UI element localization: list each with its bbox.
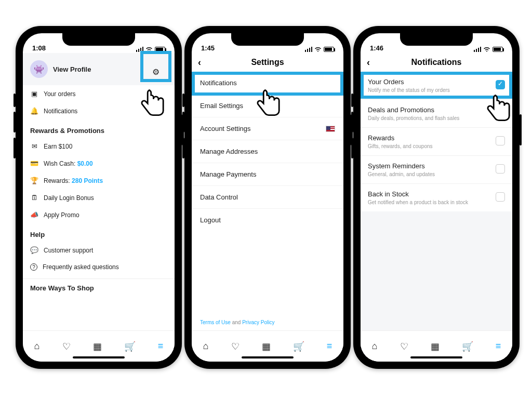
row-title: Back in Stock	[368, 190, 505, 198]
wifi-icon	[314, 47, 322, 52]
mute-switch	[14, 94, 16, 107]
settings-payments[interactable]: Manage Payments	[192, 163, 343, 186]
tab-menu[interactable]: ≡	[158, 341, 164, 352]
back-button[interactable]: ‹	[367, 57, 370, 68]
menu-label: Notifications	[44, 108, 77, 115]
status-time: 1:45	[201, 44, 215, 52]
tab-home[interactable]: ⌂	[372, 341, 378, 352]
row-label: Logout	[200, 216, 221, 224]
tab-favorites[interactable]: ♡	[62, 341, 71, 352]
checkbox-unchecked[interactable]	[496, 192, 505, 202]
status-time: 1:46	[370, 44, 383, 52]
highlight-gear	[140, 51, 171, 82]
header-bar: ‹ Notifications	[361, 53, 512, 72]
wish-cash-value: $0.00	[77, 160, 93, 167]
menu-label: Rewards:	[44, 177, 72, 184]
menu-faq[interactable]: ? Frequently asked questions	[23, 259, 175, 275]
back-button[interactable]: ‹	[198, 57, 201, 68]
volume-down	[351, 138, 353, 158]
notch	[62, 33, 135, 46]
volume-down	[182, 138, 184, 158]
tab-categories[interactable]: ▦	[93, 341, 102, 352]
volume-up	[351, 112, 353, 132]
question-icon: ?	[30, 263, 37, 271]
hand-cursor-icon	[252, 88, 286, 127]
wifi-icon	[483, 47, 490, 52]
row-subtitle: Gifts, rewards, and coupons	[368, 143, 505, 149]
tab-menu[interactable]: ≡	[496, 341, 501, 352]
tab-cart[interactable]: 🛒	[462, 341, 473, 352]
settings-data[interactable]: Data Control	[192, 186, 343, 209]
checkbox-unchecked[interactable]	[496, 136, 505, 145]
row-label: Email Settings	[200, 102, 243, 110]
notif-system[interactable]: System Reminders General, admin, and upd…	[361, 156, 512, 184]
row-title: System Reminders	[368, 162, 505, 170]
phone-profile: 1:08 👾 View Profile ⚙ ▣ Your orders	[16, 26, 182, 369]
menu-daily-login[interactable]: 🗓 Daily Login Bonus	[23, 189, 175, 206]
tab-menu[interactable]: ≡	[327, 341, 332, 352]
help-header: Help	[23, 223, 175, 242]
phone-notifications: 1:46 ‹ Notifications Your Orders Notify …	[353, 26, 520, 369]
settings-addresses[interactable]: Manage Addresses	[192, 140, 343, 163]
menu-wish-cash[interactable]: 💳 Wish Cash: $0.00	[23, 155, 175, 172]
menu-label: Customer support	[44, 247, 93, 254]
privacy-policy-link[interactable]: Privacy Policy	[242, 320, 274, 325]
row-label: Manage Addresses	[200, 148, 258, 155]
tab-cart[interactable]: 🛒	[293, 341, 304, 352]
tab-home[interactable]: ⌂	[34, 341, 40, 352]
trophy-icon: 🏆	[30, 177, 38, 184]
calendar-icon: 🗓	[30, 194, 38, 202]
card-icon: 💳	[30, 159, 38, 167]
hand-cursor-icon	[136, 88, 170, 127]
phone-settings: 1:45 ‹ Settings Notifications Email Sett…	[184, 26, 351, 369]
home-indicator	[73, 356, 125, 358]
status-time: 1:08	[32, 44, 46, 52]
volume-up	[14, 112, 16, 132]
megaphone-icon: 📣	[30, 211, 38, 219]
view-profile-label: View Profile	[53, 65, 91, 73]
mute-switch	[351, 94, 353, 107]
row-label: Manage Payments	[200, 170, 256, 178]
terms-footer: Terms of Use and Privacy Policy	[200, 320, 274, 325]
row-subtitle: Get notified when a product is back in s…	[368, 200, 505, 205]
menu-rewards[interactable]: 🏆 Rewards: 280 Points	[23, 172, 175, 189]
tab-categories[interactable]: ▦	[431, 341, 440, 352]
menu-support[interactable]: 💬 Customer support	[23, 242, 175, 259]
tab-favorites[interactable]: ♡	[400, 341, 408, 352]
chat-icon: 💬	[30, 246, 38, 254]
notif-back-in-stock[interactable]: Back in Stock Get notified when a produc…	[361, 184, 512, 211]
more-ways-header: More Ways To Shop	[23, 278, 175, 295]
battery-icon	[324, 47, 334, 52]
rewards-value: 280 Points	[72, 177, 103, 184]
menu-label: Apply Promo	[44, 211, 79, 219]
row-label: Data Control	[200, 193, 238, 201]
tab-favorites[interactable]: ♡	[231, 341, 240, 352]
menu-earn[interactable]: ✉ Earn $100	[23, 138, 175, 155]
tab-home[interactable]: ⌂	[203, 341, 209, 352]
and-text: and	[231, 320, 242, 325]
mute-switch	[182, 94, 184, 107]
page-title: Settings	[251, 58, 284, 67]
menu-label: Daily Login Bonus	[44, 194, 94, 202]
home-indicator	[410, 356, 462, 358]
menu-label: Your orders	[44, 90, 76, 98]
page-title: Notifications	[411, 58, 462, 67]
signal-icon	[474, 47, 482, 52]
menu-label: Frequently asked questions	[43, 263, 119, 271]
terms-of-use-link[interactable]: Terms of Use	[200, 320, 231, 325]
menu-apply-promo[interactable]: 📣 Apply Promo	[23, 206, 175, 223]
settings-logout[interactable]: Logout	[192, 209, 343, 231]
menu-label: Earn $100	[44, 143, 72, 150]
bell-icon: 🔔	[30, 107, 38, 115]
row-title: Rewards	[368, 134, 505, 142]
row-subtitle: General, admin, and updates	[368, 171, 505, 177]
volume-down	[14, 138, 16, 158]
envelope-icon: ✉	[30, 142, 38, 150]
checkbox-unchecked[interactable]	[496, 164, 505, 174]
volume-up	[182, 112, 184, 132]
signal-icon	[305, 47, 313, 52]
header-bar: ‹ Settings	[192, 53, 343, 72]
tab-cart[interactable]: 🛒	[124, 341, 136, 352]
tab-categories[interactable]: ▦	[262, 341, 271, 352]
hand-cursor-icon	[482, 94, 516, 132]
